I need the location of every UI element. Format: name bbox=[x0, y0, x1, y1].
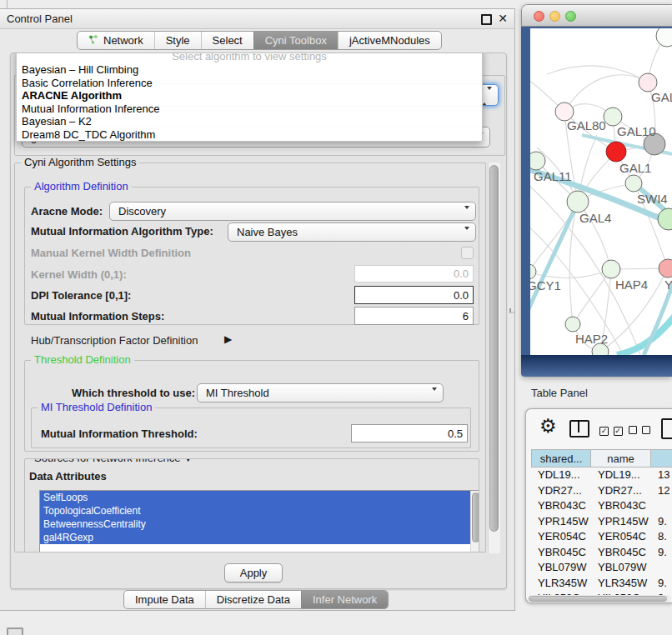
data-attributes-list[interactable]: SelfLoops TopologicalCoefficient Between… bbox=[39, 490, 479, 552]
network-node[interactable] bbox=[604, 108, 622, 126]
tab-label: Select bbox=[213, 34, 243, 47]
cell: 13 bbox=[651, 468, 672, 483]
network-node[interactable] bbox=[625, 175, 642, 192]
network-graph-icon bbox=[88, 34, 98, 48]
list-item[interactable]: gal4RGexp bbox=[40, 531, 479, 544]
node-label: HAP4 bbox=[615, 278, 648, 292]
cell: 9. bbox=[651, 576, 672, 592]
network-node[interactable] bbox=[567, 191, 589, 212]
network-node[interactable] bbox=[659, 259, 672, 278]
tab-impute-data[interactable]: Impute Data bbox=[124, 591, 205, 608]
settings-scrollbar[interactable] bbox=[488, 162, 500, 553]
table-row[interactable]: YPR145W YPR145W 9. bbox=[531, 514, 672, 530]
table-panel-title: Table Panel bbox=[531, 387, 588, 399]
list-item[interactable]: TopologicalCoefficient bbox=[40, 504, 479, 518]
popup-item-selected[interactable]: ARACNE Algorithm bbox=[17, 89, 482, 102]
minimize-traffic-icon[interactable] bbox=[549, 11, 560, 22]
popup-item[interactable]: Mutual Information Inference bbox=[17, 102, 482, 116]
cytopanel-float-icon[interactable] bbox=[7, 628, 23, 635]
which-threshold-label: Which threshold to use: bbox=[72, 387, 195, 399]
document-icon[interactable] bbox=[661, 418, 672, 439]
tab-label: Infer Network bbox=[313, 593, 377, 606]
select-all-icon[interactable]: ✓ ✓ bbox=[599, 423, 623, 436]
kernel-width-field[interactable] bbox=[354, 265, 474, 282]
table-row[interactable]: YLR345W YLR345W 9. bbox=[531, 576, 672, 592]
cell: YDL19... bbox=[591, 468, 651, 483]
table-row[interactable]: YER054C YER054C 8. bbox=[531, 529, 672, 545]
list-item[interactable]: BetweennessCentrality bbox=[40, 518, 479, 531]
list-scrollbar-thumb[interactable] bbox=[472, 492, 479, 542]
column-header-shared-name[interactable]: shared... bbox=[531, 449, 591, 468]
gear-icon[interactable]: ⚙ bbox=[539, 415, 557, 437]
tab-select[interactable]: Select bbox=[201, 32, 253, 49]
close-traffic-icon[interactable] bbox=[534, 11, 544, 22]
table-row[interactable]: YDL19... YDL19... 13 bbox=[531, 468, 672, 483]
dpi-tolerance-field[interactable] bbox=[354, 286, 474, 304]
combo-value: MI Threshold bbox=[206, 387, 269, 399]
network-node-gal1[interactable] bbox=[606, 142, 626, 162]
split-columns-icon[interactable] bbox=[569, 420, 589, 438]
column-header-cut[interactable] bbox=[651, 449, 672, 468]
cyni-bottom-tabs: Impute Data Discretize Data Infer Networ… bbox=[123, 590, 389, 609]
mi-type-combobox[interactable]: Naive Bayes bbox=[228, 222, 476, 242]
manual-kernel-label: Manual Kernel Width Definition bbox=[31, 247, 191, 259]
frame-divider bbox=[7, 0, 8, 8]
which-threshold-combobox[interactable]: MI Threshold bbox=[197, 383, 444, 402]
popup-item[interactable]: Bayesian – K2 bbox=[17, 115, 482, 128]
float-window-icon[interactable] bbox=[481, 14, 492, 25]
tab-jactivemnodules[interactable]: jActiveMNodules bbox=[338, 32, 441, 49]
screen: Control Panel ✕ Network Style Select Cyn… bbox=[0, 0, 672, 635]
aracne-mode-combobox[interactable]: Discovery bbox=[109, 202, 476, 221]
network-canvas[interactable]: GAL GAL80 GAL10 GAL1 GAL11 SWI4 GAL4 GCY… bbox=[530, 28, 672, 355]
tab-network[interactable]: Network bbox=[78, 32, 154, 49]
network-node[interactable] bbox=[530, 152, 545, 170]
mi-steps-field[interactable] bbox=[354, 307, 474, 325]
table-horizontal-scrollbar-thumb[interactable] bbox=[529, 596, 667, 602]
network-node[interactable] bbox=[602, 260, 620, 278]
table-row[interactable]: YBR043C YBR043C bbox=[531, 498, 672, 514]
expand-right-icon[interactable]: ▶ bbox=[224, 333, 232, 345]
network-graph: GAL GAL80 GAL10 GAL1 GAL11 SWI4 GAL4 GCY… bbox=[530, 28, 672, 355]
popup-item[interactable]: Basic Correlation Inference bbox=[17, 77, 482, 90]
settings-scrollbar-thumb[interactable] bbox=[489, 165, 499, 532]
hub-definition-label: Hub/Transcription Factor Definition bbox=[31, 334, 198, 347]
cell: YBL079W bbox=[531, 560, 591, 576]
tab-infer-network[interactable]: Infer Network bbox=[301, 591, 388, 608]
cell: YLR345W bbox=[531, 576, 591, 592]
tab-style[interactable]: Style bbox=[154, 32, 201, 49]
network-node[interactable] bbox=[656, 28, 672, 47]
combo-arrows-icon bbox=[482, 90, 492, 102]
collapse-down-icon[interactable]: ▼ bbox=[183, 458, 193, 463]
cell: YDR27... bbox=[531, 483, 591, 499]
popup-item[interactable]: Bayesian – Hill Climbing bbox=[17, 63, 482, 77]
table-horizontal-scrollbar[interactable] bbox=[528, 595, 671, 602]
table-row[interactable]: YBL079W YBL079W bbox=[531, 560, 672, 576]
table-row[interactable]: YDR27... YDR27... 12 bbox=[531, 483, 672, 499]
network-window-titlebar[interactable] bbox=[521, 4, 672, 27]
node-label: GCY1 bbox=[530, 278, 561, 292]
mi-threshold-field[interactable] bbox=[351, 424, 468, 442]
control-panel-window: Control Panel ✕ Network Style Select Cyn… bbox=[0, 8, 515, 611]
table-row[interactable]: YBR045C YBR045C 9. bbox=[531, 545, 672, 561]
manual-kernel-checkbox[interactable] bbox=[461, 247, 474, 259]
list-scrollbar[interactable] bbox=[470, 491, 479, 552]
kernel-width-label: Kernel Width (0,1): bbox=[31, 268, 127, 281]
apply-button[interactable]: Apply bbox=[224, 563, 283, 582]
zoom-traffic-icon[interactable] bbox=[565, 11, 576, 22]
tab-cyni-toolbox[interactable]: Cyni Toolbox bbox=[253, 32, 338, 49]
popup-item[interactable]: Dream8 DC_TDC Algorithm bbox=[17, 128, 482, 142]
sources-title: Sources for Network Inference bbox=[34, 458, 181, 464]
close-icon[interactable]: ✕ bbox=[498, 12, 508, 25]
network-node[interactable] bbox=[639, 73, 657, 92]
combo-value: Naive Bayes bbox=[237, 226, 298, 238]
splitter-handle[interactable] bbox=[509, 308, 514, 313]
network-node[interactable] bbox=[565, 317, 580, 332]
list-item[interactable]: SelfLoops bbox=[40, 491, 479, 504]
tab-discretize-data[interactable]: Discretize Data bbox=[205, 591, 301, 608]
column-header-name[interactable]: name bbox=[591, 449, 651, 468]
tab-label: Network bbox=[103, 34, 143, 47]
network-node[interactable] bbox=[530, 264, 536, 279]
combo-arrows-icon bbox=[459, 228, 469, 242]
network-node[interactable] bbox=[658, 208, 672, 230]
deselect-all-icon[interactable] bbox=[629, 424, 650, 437]
